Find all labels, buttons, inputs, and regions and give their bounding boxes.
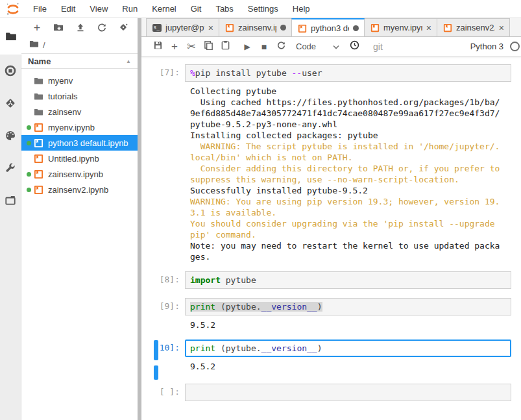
file-row-myenv[interactable]: myenv: [21, 73, 138, 88]
breadcrumb-root[interactable]: /: [43, 40, 45, 50]
notebook-icon: [33, 153, 43, 164]
sidebar-tab-commands[interactable]: [0, 119, 21, 152]
files-name-header[interactable]: Name ▲: [21, 53, 138, 69]
new-launcher-button[interactable]: +: [30, 21, 43, 34]
empty-cell-input[interactable]: [185, 384, 511, 401]
kernel-running-dot: [27, 172, 31, 177]
tab-jupyter-terminal[interactable]: s_ jupyter@py ×: [146, 18, 219, 36]
tabs-panel-icon: [5, 195, 16, 206]
file-row-zainsenv2-ipynb[interactable]: zainsenv2.ipynb: [21, 182, 138, 197]
file-name: zainsenv.ipynb: [48, 169, 103, 179]
new-folder-button[interactable]: [52, 21, 65, 34]
sidebar-tab-git[interactable]: [0, 87, 21, 119]
property-token: __version__: [261, 343, 317, 353]
file-row-tutorials[interactable]: tutorials: [21, 88, 138, 104]
copy-icon: [204, 40, 213, 53]
sidebar-tab-running[interactable]: [0, 55, 21, 87]
cell-8-input[interactable]: import pytube: [185, 271, 511, 289]
file-list: myenv tutorials zainsenv myenv.ipynb: [21, 69, 138, 197]
sidebar-tab-inspector[interactable]: [0, 152, 21, 184]
file-row-myenv-ipynb[interactable]: myenv.ipynb: [21, 119, 138, 135]
file-row-zainsenv[interactable]: zainsenv: [21, 104, 138, 119]
dock-panel: s_ jupyter@py × zainsenv.ip python3 de m…: [141, 18, 521, 420]
cell-10-output: 9.5.2: [185, 357, 511, 372]
flag-token: --: [292, 68, 302, 78]
cell-9-input[interactable]: print (pytube.__version__): [185, 298, 511, 315]
file-row-untitled-ipynb[interactable]: Untitled.ipynb: [21, 151, 138, 166]
output-text: Successfully installed pytube-9.5.2: [190, 186, 368, 195]
file-name: myenv: [48, 76, 73, 86]
scissors-icon: ✂: [187, 40, 195, 53]
menu-file[interactable]: File: [26, 0, 54, 18]
cell-7-input[interactable]: %pip install pytube --user: [185, 64, 511, 82]
file-row-python3-default-ipynb[interactable]: python3 default.ipynb: [21, 135, 138, 151]
property-token: __version__: [261, 302, 317, 312]
copy-cells-button[interactable]: [200, 39, 217, 55]
menu-run[interactable]: Run: [115, 0, 145, 18]
close-icon[interactable]: ×: [208, 23, 213, 32]
notebook-icon: [33, 169, 43, 179]
code-token: pytube: [221, 275, 256, 285]
notebook-content: [7]: %pip install pytube --user Collecti…: [141, 56, 521, 420]
file-row-zainsenv-ipynb[interactable]: zainsenv.ipynb: [21, 166, 138, 182]
magic-token: %: [190, 68, 195, 78]
menu-edit[interactable]: Edit: [54, 0, 82, 18]
output-collapser[interactable]: [154, 365, 158, 380]
tab-zainsenv-ipynb[interactable]: zainsenv.ip: [219, 18, 292, 36]
cell-7-output: Collecting pytube Using cached https://f…: [185, 82, 511, 262]
cell-10-input[interactable]: print (pytube.__version__): [185, 340, 511, 357]
chevron-down-icon[interactable]: [333, 42, 339, 51]
insert-cell-button[interactable]: +: [166, 39, 183, 55]
sidebar-tab-open-tabs[interactable]: [0, 184, 21, 217]
menu-settings[interactable]: Settings: [241, 0, 285, 18]
menu-git[interactable]: Git: [184, 0, 209, 18]
code-cell-8: [8]: import pytube: [141, 271, 521, 289]
restart-kernel-button[interactable]: [273, 39, 289, 55]
paste-cells-button[interactable]: [217, 39, 234, 55]
cut-cells-button[interactable]: ✂: [183, 39, 200, 55]
tab-label: python3 de: [311, 23, 349, 33]
file-browser-toolbar: +: [21, 18, 138, 36]
execution-time-button[interactable]: [346, 39, 363, 55]
git-clone-button[interactable]: [117, 21, 130, 34]
folder-icon: [33, 106, 43, 117]
refresh-files-button[interactable]: [95, 21, 108, 34]
tab-label: zainsenv.ip: [238, 23, 276, 32]
execution-prompt: [9]:: [141, 298, 185, 330]
wrench-icon: [5, 162, 16, 174]
sort-caret-icon: ▲: [126, 58, 131, 64]
code-token: (pytube.: [215, 302, 261, 312]
input-collapser[interactable]: [154, 340, 158, 360]
jupyter-logo-icon: [5, 1, 21, 17]
tab-myenv-ipynb[interactable]: myenv.ipyn ×: [364, 18, 437, 36]
menu-tabs[interactable]: Tabs: [208, 0, 240, 18]
refresh-icon: [97, 22, 107, 34]
menu-help[interactable]: Help: [285, 0, 317, 18]
menu-kernel[interactable]: Kernel: [145, 0, 184, 18]
execution-prompt: [8]:: [141, 271, 185, 289]
kernel-name[interactable]: Python 3: [470, 42, 503, 51]
tab-python3-default-ipynb[interactable]: python3 de: [291, 18, 365, 37]
clock-icon: [350, 40, 359, 53]
folder-icon: [33, 91, 43, 101]
code-token: user: [302, 68, 322, 78]
close-icon[interactable]: ×: [499, 23, 504, 32]
git-diamond-icon: [118, 22, 128, 34]
breadcrumb: /: [21, 36, 138, 53]
run-cell-button[interactable]: ▶: [239, 39, 256, 55]
notebook-icon: [297, 23, 307, 33]
notebook-icon: [33, 122, 43, 132]
menu-view[interactable]: View: [82, 0, 115, 18]
tab-zainsenv2-ipynb[interactable]: zainsenv2.i ×: [437, 18, 510, 36]
cell-type-select[interactable]: Code: [296, 42, 316, 51]
root-folder-icon[interactable]: [29, 39, 39, 51]
cell-9-output: 9.5.2: [185, 315, 511, 330]
interrupt-kernel-button[interactable]: ■: [256, 39, 273, 55]
save-button[interactable]: [149, 39, 166, 55]
close-icon[interactable]: ×: [426, 23, 431, 32]
upload-button[interactable]: [74, 21, 87, 34]
stop-icon: ■: [261, 42, 267, 52]
sidebar-tab-file-browser[interactable]: [0, 18, 21, 55]
file-name: zainsenv: [48, 107, 81, 117]
execution-prompt: [ ]:: [141, 384, 185, 401]
